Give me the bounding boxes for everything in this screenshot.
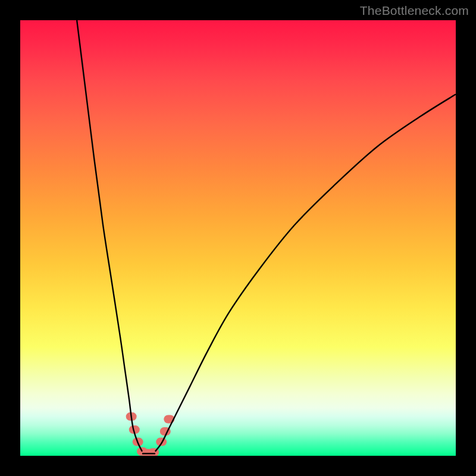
chart-svg xyxy=(20,20,456,456)
marker-layer xyxy=(130,416,171,453)
chart-frame: TheBottleneck.com xyxy=(0,0,476,476)
watermark-text: TheBottleneck.com xyxy=(360,4,469,18)
plot-area xyxy=(20,20,456,456)
curve-right-branch xyxy=(155,94,456,451)
curve-left-branch xyxy=(77,20,142,452)
